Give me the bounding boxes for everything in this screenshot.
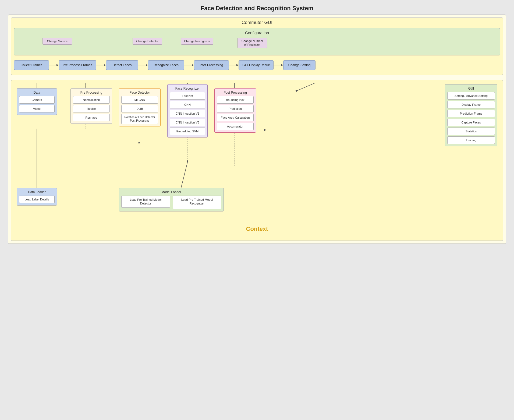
svg-marker-11 (281, 64, 283, 66)
svg-marker-32 (186, 160, 189, 162)
facerec-label: Face Recognizer (170, 87, 205, 90)
pipeline-change-setting[interactable]: Change Setting (283, 60, 316, 70)
arrow-5 (229, 63, 239, 67)
video-item: Video (19, 105, 55, 112)
facedet-label: Face Detector (121, 91, 158, 94)
preproc-label: Pre Processing (73, 91, 110, 94)
pipeline-gui-display[interactable]: GUI Display Result (239, 60, 274, 70)
arrow-2 (96, 63, 106, 67)
data-box: Data Camera Video (17, 88, 57, 115)
face-area-item: Face Area Calculation (217, 114, 254, 121)
accumulator-item: Accumulator (217, 123, 254, 130)
context-inner: Data Camera Video Pre Processing Nomaliz… (14, 83, 500, 223)
change-source-btn[interactable]: Change Source (42, 38, 72, 45)
training-item: Training (447, 136, 495, 144)
svg-marker-1 (56, 64, 59, 66)
svg-marker-35 (264, 129, 266, 131)
context-section: Data Camera Video Pre Processing Nomaliz… (11, 80, 503, 241)
context-label: Context (14, 225, 500, 232)
facedet-box: Face Detector MTCNN DLIB Rotation of Fac… (119, 88, 161, 126)
gui-box: GUI Setting / Advance Setting Display Fr… (445, 84, 497, 146)
normalization-item: Nomalization (73, 96, 110, 104)
mtcnn-item: MTCNN (121, 96, 158, 104)
svg-marker-5 (146, 64, 148, 66)
commuter-gui-label: Commuter GUI (14, 20, 500, 25)
facenet-item: FaceNet (170, 92, 205, 100)
page-title: Face Detection and Recognition System (0, 0, 514, 15)
dataloader-box: Data Loader Load Label Details (17, 188, 57, 206)
cnn-item: CNN (170, 101, 205, 108)
capture-faces-item: Capture Faces (447, 119, 495, 126)
pipeline-row: Collect Frames Pre Process Frames Detect… (14, 60, 500, 70)
modelloader-label: Model Loader (121, 190, 221, 194)
rotation-item: Rotation of Face Detector Post Processin… (121, 114, 158, 124)
gui-box-label: GUI (447, 87, 495, 90)
resize-item: Resize (73, 105, 110, 112)
arrow-3 (138, 63, 148, 67)
camera-item: Camera (19, 96, 55, 104)
change-detector-btn[interactable]: Change Detector (133, 38, 162, 45)
svg-line-31 (181, 162, 187, 189)
display-frame-item: Display Frame (447, 101, 495, 108)
svg-marker-3 (104, 64, 106, 66)
setting-advance-item: Setting / Advance Setting (447, 92, 495, 100)
cnn-inception-v1-item: CNN Inception V1 (170, 110, 205, 117)
pipeline-detect-faces[interactable]: Detect Faces (106, 60, 138, 70)
dataloader-label: Data Loader (19, 190, 55, 194)
facerec-box: Face Recognizer FaceNet CNN CNN Inceptio… (167, 84, 208, 137)
pipeline-preprocess-frames[interactable]: Pre Process Frames (59, 60, 96, 70)
pipeline-collect-frames[interactable]: Collect Frames (14, 60, 49, 70)
arrow-6 (274, 63, 283, 67)
pipeline-recognize-faces[interactable]: Recognize Faces (148, 60, 184, 70)
statistics-item: Statstics (447, 128, 495, 135)
outer-wrapper: Commuter GUI Configuration Change Source… (8, 15, 506, 244)
change-number-btn[interactable]: Change Number of Prediction (237, 38, 267, 48)
prediction-item: Prediction (217, 105, 254, 112)
svg-marker-30 (138, 141, 140, 143)
config-box: Configuration Change Source Change Detec… (14, 28, 500, 55)
svg-marker-9 (236, 64, 239, 66)
config-label: Configuration (17, 30, 497, 35)
change-recognizer-btn[interactable]: Change Recognizer (181, 38, 213, 45)
arrow-1 (49, 63, 59, 67)
load-pretrained-detector: Load Pre Trained Model Detector (121, 196, 170, 208)
cnn-inception-v5-item: CNN Inception V5 (170, 119, 205, 126)
svg-marker-7 (192, 64, 194, 66)
postproc-ctx-label: Post Processing (217, 91, 254, 94)
reshape-item: Reshape (73, 114, 110, 121)
bounding-box-item: Bounding Box (217, 96, 254, 104)
preproc-box: Pre Processing Nomalization Resize Resha… (70, 88, 112, 124)
modelloader-box: Model Loader Load Pre Trained Model Dete… (119, 188, 224, 211)
svg-marker-37 (295, 90, 297, 92)
postproc-ctx-box: Post Processing Bounding Box Prediction … (214, 88, 256, 133)
embedding-svm-item: Embedding SVM (170, 128, 205, 135)
arrow-4 (184, 63, 194, 67)
commuter-gui-box: Commuter GUI Configuration Change Source… (11, 17, 503, 75)
load-pretrained-recognizer: Load Pre Trained Model Recognizer (173, 196, 221, 209)
dlib-item: DLIB (121, 105, 158, 112)
config-buttons-row: Change Source Change Detector Change Rec… (17, 38, 497, 52)
prediction-frame-item: Prediction Frame (447, 110, 495, 117)
svg-line-36 (296, 83, 315, 91)
data-box-label: Data (19, 91, 55, 94)
pipeline-post-processing[interactable]: Post Processing (194, 60, 229, 70)
load-label-item: Load Label Details (19, 196, 55, 203)
